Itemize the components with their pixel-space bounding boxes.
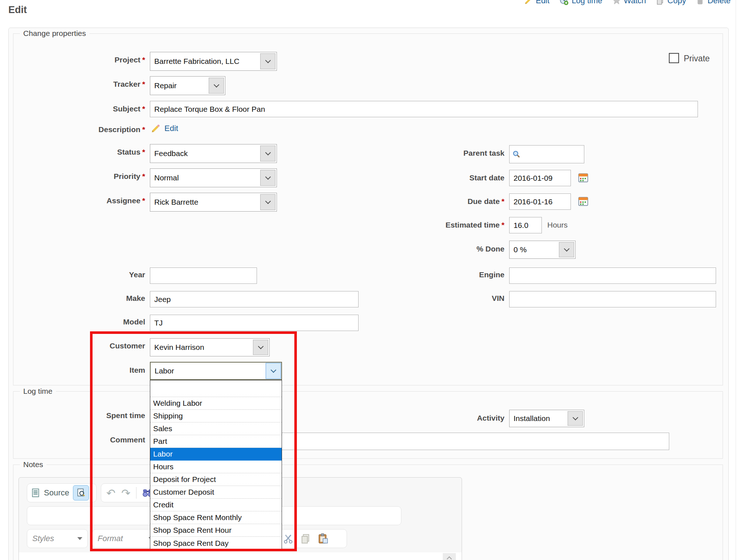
customer-select-arrow[interactable] <box>253 340 268 355</box>
dropdown-option[interactable] <box>150 380 282 397</box>
activity-select[interactable]: Installation <box>509 410 584 427</box>
chevron-down-icon <box>77 537 82 540</box>
calendar-icon[interactable] <box>578 196 589 207</box>
dropdown-option[interactable]: Shipping <box>150 410 282 422</box>
make-label: Make <box>0 294 145 303</box>
engine-input[interactable] <box>509 267 716 284</box>
delete-action[interactable]: Delete <box>696 0 731 5</box>
year-input[interactable] <box>150 267 257 284</box>
cut-icon[interactable] <box>283 533 294 544</box>
pencil-icon <box>151 123 161 134</box>
estimated-time-input[interactable]: 16.0 <box>509 217 542 233</box>
paste-icon[interactable] <box>318 533 328 544</box>
vin-input[interactable] <box>509 291 716 307</box>
dropdown-option[interactable]: Deposit for Project <box>150 473 282 486</box>
dropdown-option[interactable]: Shop Space Rent Monthly <box>150 511 282 524</box>
watch-action[interactable]: Watch <box>612 0 646 5</box>
chevron-down-icon <box>564 246 569 252</box>
activity-label: Activity <box>327 414 504 422</box>
customer-label: Customer <box>0 342 145 350</box>
done-select[interactable]: 0 % <box>509 241 576 259</box>
dropdown-option[interactable]: Sales <box>150 422 282 435</box>
priority-select-arrow[interactable] <box>260 170 275 186</box>
start-date-input[interactable]: 2016-01-09 <box>509 170 571 186</box>
clock-add-icon <box>559 0 569 5</box>
redo-icon[interactable]: ↷ <box>121 487 130 499</box>
item-select[interactable]: Labor <box>150 362 282 380</box>
priority-select[interactable]: Normal <box>150 168 277 187</box>
edit-action[interactable]: Edit <box>524 0 549 5</box>
due-date-input[interactable]: 2016-01-16 <box>509 193 571 210</box>
priority-label: Priority* <box>0 172 145 181</box>
dropdown-option[interactable]: Part <box>150 435 282 448</box>
project-label: Project* <box>0 56 145 64</box>
editor-source-group: Source <box>27 483 97 502</box>
model-input[interactable]: TJ <box>150 315 359 331</box>
preview-icon <box>76 488 86 498</box>
trash-icon <box>696 0 704 5</box>
activity-select-arrow[interactable] <box>568 411 583 426</box>
log-time-action-label: Log time <box>572 0 602 5</box>
editor-content-area[interactable] <box>19 552 462 560</box>
project-select-arrow[interactable] <box>260 53 275 69</box>
source-icon <box>31 488 40 498</box>
dropdown-option[interactable]: Customer Deposit <box>150 486 282 499</box>
styles-combo[interactable]: Styles <box>27 529 88 548</box>
description-edit[interactable]: Edit <box>151 123 178 134</box>
delete-action-label: Delete <box>707 0 731 5</box>
dropdown-option[interactable]: Shop Space Rent Day <box>150 537 282 549</box>
format-combo-label: Format <box>98 534 123 543</box>
chevron-down-icon <box>213 82 219 88</box>
source-button[interactable]: Source <box>44 488 69 498</box>
status-select[interactable]: Feedback <box>150 144 277 163</box>
tracker-select[interactable]: Repair <box>150 76 225 95</box>
log-time-legend: Log time <box>20 387 56 396</box>
dropdown-option[interactable]: Shop Space Rent Hour <box>150 524 282 537</box>
edit-action-label: Edit <box>536 0 549 5</box>
chevron-down-icon <box>265 174 271 180</box>
project-select[interactable]: Barrette Fabrication, LLC <box>150 52 277 71</box>
toolbar-divider <box>136 487 136 499</box>
start-date-label: Start date <box>327 173 504 182</box>
chevron-down-icon <box>265 199 271 204</box>
copy-action-label: Copy <box>667 0 686 5</box>
spent-time-label: Spent time <box>0 411 145 420</box>
dropdown-option-selected[interactable]: Labor <box>150 448 282 461</box>
parent-task-input[interactable] <box>509 145 584 163</box>
calendar-icon[interactable] <box>578 172 589 183</box>
log-time-action[interactable]: Log time <box>559 0 602 5</box>
pencil-icon <box>524 0 533 5</box>
chevron-down-icon <box>270 367 276 373</box>
undo-icon[interactable]: ↶ <box>106 487 115 499</box>
item-select-arrow[interactable] <box>266 363 281 379</box>
tracker-select-arrow[interactable] <box>209 78 224 94</box>
description-edit-link: Edit <box>164 124 178 133</box>
done-select-arrow[interactable] <box>559 242 574 257</box>
item-dropdown-list: Welding Labor Shipping Sales Part Labor … <box>150 380 282 549</box>
description-label: Description* <box>0 125 145 134</box>
vin-label: VIN <box>327 294 504 303</box>
notes-legend: Notes <box>20 460 46 469</box>
dropdown-option[interactable]: Welding Labor <box>150 397 282 410</box>
editor-scrollbar-up[interactable] <box>443 553 456 560</box>
customer-select[interactable]: Kevin Harrison <box>150 338 270 356</box>
private-checkbox[interactable] <box>669 53 679 63</box>
chevron-up-icon <box>447 556 452 560</box>
search-icon <box>512 150 521 159</box>
change-properties-legend: Change properties <box>20 29 89 38</box>
assignee-select[interactable]: Rick Barrette <box>150 193 277 212</box>
copy-icon[interactable] <box>300 533 311 544</box>
done-label: % Done <box>327 245 504 253</box>
window-edge-divider <box>736 0 736 560</box>
year-label: Year <box>0 270 145 279</box>
comment-label: Comment <box>0 436 145 444</box>
dropdown-option[interactable]: Credit <box>150 499 282 511</box>
copy-action[interactable]: Copy <box>656 0 686 5</box>
status-select-arrow[interactable] <box>260 146 275 162</box>
model-label: Model <box>0 318 145 326</box>
assignee-select-arrow[interactable] <box>260 194 275 210</box>
subject-input[interactable]: Replace Torque Box & Floor Pan <box>150 101 698 117</box>
preview-button[interactable] <box>73 485 89 500</box>
dropdown-option[interactable]: Hours <box>150 461 282 473</box>
page-title: Edit <box>8 4 27 16</box>
